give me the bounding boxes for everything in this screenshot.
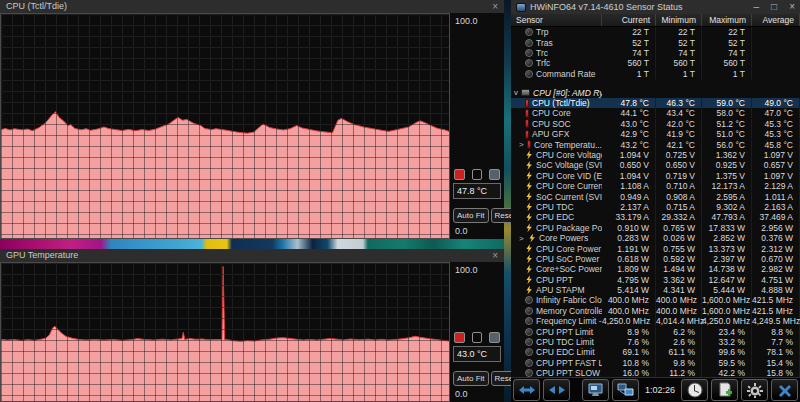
maximum-value: 14.738 W (702, 264, 752, 274)
sensor-row[interactable]: CPU Core Voltage (...1.094 V0.725 V1.362… (511, 150, 800, 160)
column-header-average[interactable]: Average (752, 14, 800, 26)
maximum-value: 5.444 W (702, 285, 752, 295)
expand-icon[interactable]: > (519, 140, 524, 149)
sensor-row[interactable]: CPU Core VID (Effec...1.094 V0.719 V1.37… (511, 171, 800, 181)
current-value: 2.137 A (602, 202, 656, 212)
thermometer-icon (525, 99, 529, 108)
sensor-row[interactable]: CPU PPT4.795 W3.362 W12.647 W4.751 W (511, 274, 800, 284)
gpu-graph-titlebar[interactable]: GPU Temperature × (0, 249, 504, 262)
column-header-current[interactable]: Current (602, 14, 656, 26)
series-red-swatch[interactable] (454, 332, 465, 343)
close-x-button[interactable] (771, 379, 798, 401)
series-red-swatch[interactable] (454, 169, 465, 180)
maximum-value: 23.4 % (702, 327, 752, 337)
gear-icon (746, 382, 764, 398)
arrows-collapse-button[interactable] (543, 379, 570, 401)
sensor-row[interactable]: SoC Voltage (SVI2 ...0.650 V0.650 V0.925… (511, 160, 800, 170)
scale-min-label: 0.0 (453, 388, 501, 400)
series-slate-swatch[interactable] (489, 169, 500, 180)
clock-icon (525, 307, 533, 315)
gear-button[interactable] (741, 379, 768, 401)
column-header-minimum[interactable]: Minimum (656, 14, 702, 26)
sensor-row[interactable]: Trfc560 T560 T560 T (511, 58, 800, 68)
clock-icon (525, 59, 533, 67)
sensor-row[interactable]: CPU TDC Limit7.6 %2.6 %33.2 %7.7 % (511, 337, 800, 347)
network-monitors-button[interactable] (612, 379, 639, 401)
report-add-button[interactable] (711, 379, 738, 401)
hwinfo-titlebar[interactable]: HWiNFO64 v7.14-4610 Sensor Status – □ × (511, 0, 800, 14)
current-value: 22 T (602, 27, 656, 37)
sensor-label: CPU [#0]: AMD Ryz... (533, 88, 602, 98)
sensor-row[interactable]: APU STAPM5.414 W4.341 W5.444 W4.888 W (511, 285, 800, 295)
average-value: 4.888 W (752, 285, 800, 295)
cpu-graph-titlebar[interactable]: CPU (Tctl/Tdie) × (0, 0, 504, 13)
current-value: 43.0 °C (602, 119, 656, 129)
minimum-value: 29.332 A (656, 212, 702, 222)
current-value: 8.9 % (602, 327, 656, 337)
sensor-table-header[interactable]: SensorCurrentMinimumMaximumAverage (511, 14, 800, 27)
maximize-icon[interactable]: □ (771, 2, 777, 12)
chevron-down-icon[interactable]: v (514, 88, 518, 97)
sensor-row[interactable]: Tras52 T52 T52 T (511, 37, 800, 47)
maximum-value: 2.397 W (702, 254, 752, 264)
sensor-row[interactable]: CPU PPT Limit8.9 %6.2 %23.4 %8.8 % (511, 326, 800, 336)
sensor-row[interactable]: APU GFX42.9 °C41.9 °C51.0 °C45.3 °C (511, 129, 800, 139)
maximum-value: 99.6 % (702, 347, 752, 357)
clock-face-button[interactable] (681, 379, 708, 401)
current-value: 0.650 V (602, 160, 656, 170)
close-icon[interactable]: × (492, 2, 498, 12)
sensor-row[interactable]: CPU SoC Power (SV...0.618 W0.592 W2.397 … (511, 254, 800, 264)
sensor-row[interactable]: >Core Powers0.283 W0.026 W2.852 W0.376 W (511, 233, 800, 243)
current-value: 47.8 °C (602, 98, 656, 108)
close-icon[interactable]: × (789, 2, 795, 12)
sensor-label: CPU PPT FAST Limit (536, 358, 602, 368)
current-value: 52 T (602, 38, 656, 48)
sensor-row[interactable]: CPU (Tctl/Tdie)47.8 °C46.3 °C59.0 °C49.0… (511, 98, 800, 108)
expand-icon[interactable]: > (519, 234, 525, 243)
average-value: 0.670 W (752, 254, 800, 264)
sensor-row[interactable]: CPU PPT FAST Limit10.8 %9.8 %59.5 %15.4 … (511, 358, 800, 368)
sensor-row[interactable]: >Core Temperatu...43.2 °C42.1 °C56.0 °C4… (511, 139, 800, 149)
sensor-row[interactable]: CPU EDC33.179 A29.332 A47.793 A37.469 A (511, 212, 800, 222)
sensor-row[interactable]: Frequency Limit - Gl...4,250.0 MHz4,014.… (511, 316, 800, 326)
sensor-label: CPU SOC (532, 119, 571, 129)
sensor-row[interactable]: Command Rate1 T1 T1 T (511, 69, 800, 79)
monitor-button[interactable] (582, 379, 609, 401)
average-value: 421.5 MHz (752, 295, 800, 305)
sensor-row[interactable]: CPU TDC2.137 A0.715 A9.302 A2.163 A (511, 202, 800, 212)
sensor-label: Frequency Limit - Gl... (536, 316, 602, 326)
arrows-left-right-button[interactable] (513, 379, 540, 401)
current-value: 400.0 MHz (602, 306, 656, 316)
average-value: 7.7 % (752, 337, 800, 347)
sensor-row[interactable]: Trp22 T22 T22 T (511, 27, 800, 37)
current-value: 0.618 W (602, 254, 656, 264)
sensor-row[interactable]: CPU EDC Limit69.1 %61.1 %99.6 %78.1 % (511, 347, 800, 357)
column-header-sensor[interactable]: Sensor (511, 14, 602, 26)
series-black-swatch[interactable] (472, 332, 483, 343)
sensor-row[interactable]: Infinity Fabric Clock ...400.0 MHz400.0 … (511, 295, 800, 305)
current-value: 0.949 A (602, 192, 656, 202)
sensor-row[interactable]: CPU Core Current (...1.108 A0.710 A12.17… (511, 181, 800, 191)
auto-fit-button[interactable]: Auto Fit (453, 208, 489, 223)
sensor-row[interactable]: CPU SOC43.0 °C42.0 °C51.2 °C45.3 °C (511, 119, 800, 129)
series-black-swatch[interactable] (472, 169, 483, 180)
series-slate-swatch[interactable] (489, 332, 500, 343)
scale-max-label: 100.0 (453, 15, 501, 27)
close-icon[interactable]: × (492, 251, 498, 261)
maximum-value: 1 T (702, 69, 752, 79)
sensor-row[interactable]: Trc74 T74 T74 T (511, 48, 800, 58)
sensor-row[interactable]: Memory Controller ...400.0 MHz400.0 MHz1… (511, 306, 800, 316)
current-value: 560 T (602, 58, 656, 68)
maximum-value: 51.0 °C (702, 129, 752, 139)
sensor-row[interactable]: CPU Package Power0.910 W0.765 W17.833 W2… (511, 223, 800, 233)
sensor-row[interactable]: SoC Current (SVI2 ...0.949 A0.908 A2.595… (511, 191, 800, 201)
minimize-icon[interactable]: – (754, 2, 760, 12)
auto-fit-button[interactable]: Auto Fit (453, 371, 489, 386)
clock-icon (525, 28, 533, 36)
column-header-maximum[interactable]: Maximum (702, 14, 752, 26)
sensor-row[interactable]: CPU Core Power (S...1.191 W0.755 W13.373… (511, 243, 800, 253)
sensor-row[interactable]: Core+SoC Power (S...1.809 W1.494 W14.738… (511, 264, 800, 274)
sensor-group-header[interactable]: vCPU [#0]: AMD Ryz... (511, 87, 800, 97)
sensor-row[interactable]: CPU Core44.1 °C43.4 °C58.0 °C47.0 °C (511, 108, 800, 118)
sensor-row[interactable]: CPU PPT SLOW Limit16.0 %11.2 %42.2 %15.8… (511, 368, 800, 377)
